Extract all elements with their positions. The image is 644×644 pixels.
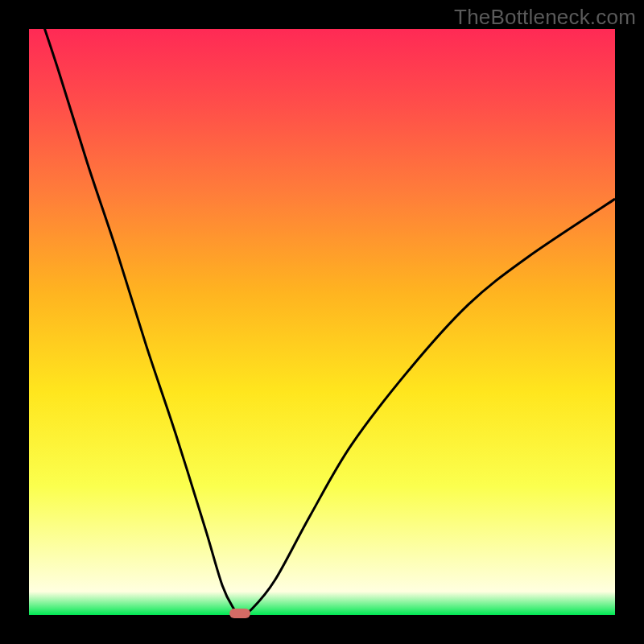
bottleneck-curve [29, 29, 615, 615]
chart-frame: TheBottleneck.com [0, 0, 644, 644]
optimal-point-marker [229, 609, 250, 618]
plot-area [29, 29, 615, 615]
watermark-text: TheBottleneck.com [454, 5, 636, 30]
curve-path [29, 29, 615, 615]
